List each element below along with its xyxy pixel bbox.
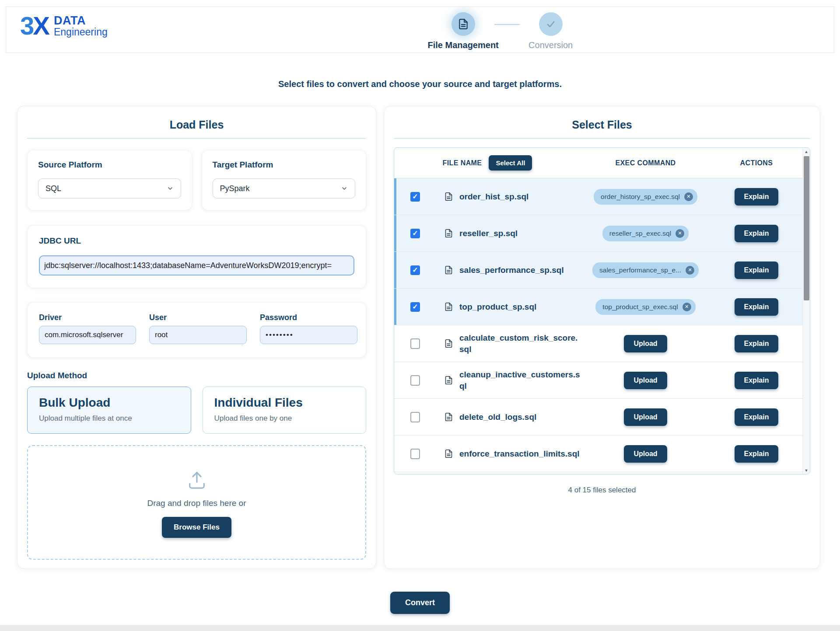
file-icon xyxy=(444,265,453,275)
file-name: delete_old_logs.sql xyxy=(459,411,536,423)
intro-text: Select files to convert and choose your … xyxy=(0,79,840,89)
explain-button[interactable]: Explain xyxy=(735,188,779,206)
remove-exec-icon[interactable]: ✕ xyxy=(686,266,694,275)
credentials-card: Driver User Password xyxy=(27,302,366,358)
exec-command-chip: order_history_sp_exec.sql✕ xyxy=(594,189,697,205)
target-platform-card: Target Platform PySpark xyxy=(202,150,367,210)
exec-command-chip: sales_performance_sp_e...✕ xyxy=(592,262,699,278)
source-platform-label: Source Platform xyxy=(38,160,181,170)
upload-button[interactable]: Upload xyxy=(624,445,667,463)
table-row: enforce_transaction_limits.sqlUploadExpl… xyxy=(394,436,802,472)
row-checkbox[interactable] xyxy=(410,338,420,349)
explain-button[interactable]: Explain xyxy=(735,408,779,426)
bulk-upload-option[interactable]: Bulk Upload Upload multiple files at onc… xyxy=(27,387,191,434)
table-scrollbar[interactable]: ▲ ▼ xyxy=(802,148,810,474)
bulk-upload-description: Upload multiple files at once xyxy=(39,414,179,423)
upload-button[interactable]: Upload xyxy=(624,408,667,426)
table-row: cleanup_inactive_customers.sqlUploadExpl… xyxy=(394,362,802,399)
wizard-stepper: File Management Conversion xyxy=(413,12,601,50)
selection-count: 4 of 15 files selected xyxy=(394,486,810,495)
column-file-name: FILE NAME xyxy=(443,159,482,167)
step-conversion[interactable]: Conversion xyxy=(500,12,601,50)
column-actions: ACTIONS xyxy=(710,159,802,167)
step-label: Conversion xyxy=(528,40,573,50)
individual-files-option[interactable]: Individual Files Upload files one by one xyxy=(203,387,367,434)
logo-3x-mark: 3X xyxy=(20,13,49,38)
table-row: ✓sales_performance_sp.sqlsales_performan… xyxy=(394,252,802,289)
bulk-upload-title: Bulk Upload xyxy=(39,396,179,410)
source-platform-select[interactable]: SQL xyxy=(38,178,181,199)
exec-command-text: top_product_sp_exec.sql xyxy=(602,303,678,311)
file-icon xyxy=(444,229,453,238)
source-platform-card: Source Platform SQL xyxy=(27,150,192,210)
row-checkbox[interactable]: ✓ xyxy=(410,229,420,238)
explain-button[interactable]: Explain xyxy=(735,445,779,463)
logo-title: DATA xyxy=(54,14,108,27)
load-files-panel: Load Files Source Platform SQL Target Pl… xyxy=(17,106,376,569)
convert-button[interactable]: Convert xyxy=(390,592,450,614)
jdbc-url-label: JDBC URL xyxy=(39,236,354,246)
upload-button[interactable]: Upload xyxy=(624,335,667,352)
exec-command-chip: top_product_sp_exec.sql✕ xyxy=(595,299,695,315)
file-table-header: FILE NAME Select All EXEC COMMAND ACTION… xyxy=(394,148,810,178)
user-label: User xyxy=(149,313,247,322)
logo-subtitle: Engineering xyxy=(54,27,108,37)
target-platform-label: Target Platform xyxy=(213,160,356,170)
step-label: File Management xyxy=(428,40,499,50)
file-dropzone[interactable]: Drag and drop files here or Browse Files xyxy=(27,445,366,560)
row-checkbox[interactable]: ✓ xyxy=(410,192,420,202)
row-checkbox[interactable]: ✓ xyxy=(410,265,420,275)
individual-files-description: Upload files one by one xyxy=(214,414,355,423)
explain-button[interactable]: Explain xyxy=(735,261,779,279)
exec-command-text: sales_performance_sp_e... xyxy=(599,266,681,274)
row-checkbox[interactable] xyxy=(410,412,420,422)
explain-button[interactable]: Explain xyxy=(735,372,779,389)
browse-files-button[interactable]: Browse Files xyxy=(162,517,231,538)
file-name: enforce_transaction_limits.sql xyxy=(459,448,580,460)
row-checkbox[interactable] xyxy=(410,375,420,386)
row-checkbox[interactable]: ✓ xyxy=(410,302,420,312)
explain-button[interactable]: Explain xyxy=(735,298,779,316)
table-row: delete_old_logs.sqlUploadExplain xyxy=(394,399,802,436)
file-icon xyxy=(444,449,453,458)
upload-icon xyxy=(184,467,210,492)
remove-exec-icon[interactable]: ✕ xyxy=(676,229,684,238)
document-icon xyxy=(458,18,469,30)
load-files-title: Load Files xyxy=(27,119,366,139)
file-table-body: ✓order_hist_sp.sqlorder_history_sp_exec.… xyxy=(394,178,810,472)
select-files-title: Select Files xyxy=(394,119,810,139)
user-field[interactable] xyxy=(149,326,247,344)
exec-command-text: order_history_sp_exec.sql xyxy=(601,193,680,201)
select-all-button[interactable]: Select All xyxy=(489,155,532,171)
file-name: calculate_custom_risk_score.sql xyxy=(459,332,581,355)
remove-exec-icon[interactable]: ✕ xyxy=(684,192,693,201)
upload-button[interactable]: Upload xyxy=(624,372,667,389)
row-checkbox[interactable] xyxy=(410,449,420,459)
file-name: order_hist_sp.sql xyxy=(459,191,528,202)
explain-button[interactable]: Explain xyxy=(735,335,779,352)
file-icon xyxy=(444,376,453,385)
file-table: FILE NAME Select All EXEC COMMAND ACTION… xyxy=(394,147,810,474)
select-files-panel: Select Files FILE NAME Select All EXEC C… xyxy=(384,106,820,569)
chevron-down-icon xyxy=(341,185,348,192)
remove-exec-icon[interactable]: ✕ xyxy=(682,303,691,311)
file-name: sales_performance_sp.sql xyxy=(459,265,564,276)
password-label: Password xyxy=(260,313,357,322)
password-field[interactable] xyxy=(260,326,357,344)
file-icon xyxy=(444,302,453,311)
scroll-up-icon[interactable]: ▲ xyxy=(803,148,810,155)
target-platform-select[interactable]: PySpark xyxy=(213,178,356,199)
jdbc-url-input[interactable] xyxy=(39,255,354,275)
explain-button[interactable]: Explain xyxy=(735,225,779,242)
scroll-down-icon[interactable]: ▼ xyxy=(803,467,810,474)
file-icon xyxy=(444,192,453,201)
upload-method-label: Upload Method xyxy=(27,371,366,380)
table-row: ✓top_product_sp.sqltop_product_sp_exec.s… xyxy=(394,289,802,325)
table-row: ✓reseller_sp.sqlreseller_sp_exec.sql✕Exp… xyxy=(394,215,802,252)
file-name: reseller_sp.sql xyxy=(459,228,518,239)
check-icon xyxy=(546,19,556,29)
scrollbar-thumb[interactable] xyxy=(804,156,809,300)
step-file-management[interactable]: File Management xyxy=(413,12,514,50)
driver-field[interactable] xyxy=(39,326,136,344)
driver-label: Driver xyxy=(39,313,136,322)
